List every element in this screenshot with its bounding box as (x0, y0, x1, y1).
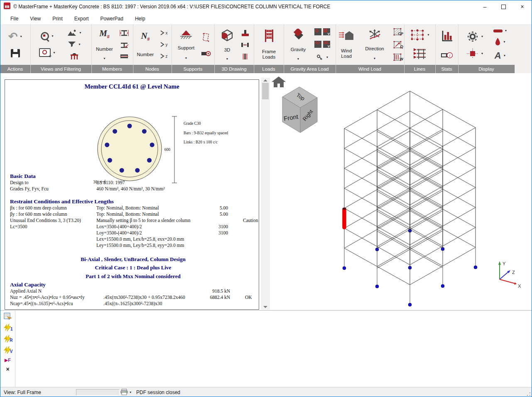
save-icon[interactable] (11, 49, 20, 57)
filter-button[interactable]: ▼ (68, 41, 81, 47)
printer-icon[interactable] (120, 389, 128, 395)
wind-cp-icon[interactable]: CP (393, 28, 403, 36)
column-base-icon[interactable] (241, 30, 249, 37)
beam-size-icon[interactable] (119, 30, 129, 37)
key-icon[interactable] (316, 54, 324, 61)
analysis-v-icon[interactable]: V (4, 346, 12, 354)
undo-button[interactable]: ↶▼ (8, 32, 22, 42)
snapshot-button[interactable]: ▼ (39, 48, 55, 57)
design-report-panel[interactable]: Member CCL4Id 61 @ Level Name 600 Grade … (5, 79, 259, 310)
chevron-down-icon[interactable]: ▼ (20, 35, 22, 38)
printer-options-chevron[interactable]: ▼ (129, 391, 132, 394)
group-label-3d: 3D Drawing (215, 65, 254, 73)
report-scrollbar[interactable] (261, 78, 270, 310)
maximize-button[interactable] (494, 0, 513, 13)
menu-powerpad[interactable]: PowerPad (95, 13, 129, 24)
group-label-loads: Loads (254, 65, 284, 73)
columns-pair-icon[interactable] (241, 53, 249, 60)
brief-edit-icon[interactable] (4, 313, 12, 320)
roller-support-icon[interactable] (201, 51, 211, 57)
toolbar-group-nodes: N# Number x y z Nodes (133, 24, 172, 73)
chevron-down-icon[interactable]: ▼ (51, 35, 54, 37)
run-f-icon[interactable]: ▶F (5, 358, 11, 363)
node-z-coord-icon[interactable]: z (160, 53, 168, 59)
chevron-down-icon[interactable]: ▼ (503, 54, 506, 57)
close-button[interactable]: × (513, 0, 532, 13)
chevron-down-icon[interactable]: ▼ (226, 58, 228, 60)
camera-icon (39, 48, 51, 57)
image-view-button[interactable]: ▼ (67, 30, 81, 36)
axial-capacity-heading: Axial Capacity (10, 281, 256, 288)
chevron-down-icon[interactable]: ▼ (373, 57, 376, 60)
resize-grip[interactable] (527, 392, 530, 396)
chevron-down-icon[interactable]: ▼ (326, 56, 329, 59)
chevron-down-icon[interactable]: ▼ (53, 52, 55, 54)
analysis-r-icon[interactable]: R (4, 335, 12, 343)
status-bar: View: Full Frame ▼ PDF session closed (0, 387, 532, 397)
rotated-support-icon[interactable] (202, 32, 210, 42)
report-row: Nuz = .45•(π•r²-Acs)•fcu + 0.95•asc•fy.4… (10, 294, 256, 301)
3d-view-button[interactable]: 3D ▼ (218, 24, 236, 65)
app-window: © MasterFrame + MasterKey Concrete : BS … (0, 0, 532, 397)
analysis-1-icon[interactable]: 1 (4, 324, 12, 331)
settings-button[interactable]: ▼ (466, 30, 483, 43)
chevron-down-icon[interactable]: ▼ (79, 32, 81, 34)
member-number-button[interactable]: M# Number ▼ (95, 24, 114, 65)
color-fill-button[interactable]: ▼ (495, 37, 505, 46)
menu-help[interactable]: Help (129, 13, 151, 24)
menu-export[interactable]: Export (69, 13, 95, 24)
chevron-down-icon[interactable]: ▼ (505, 30, 507, 32)
chevron-down-icon[interactable]: ▼ (78, 43, 81, 46)
chevron-down-icon[interactable]: ▼ (185, 57, 187, 59)
support-button[interactable]: Support ▼ (175, 24, 197, 65)
menu-print[interactable]: Print (47, 13, 69, 24)
report-row: Ncap=.45•((π-.1635)•r²-Acs)•fcu.45x((π-.… (10, 301, 256, 307)
frame-loads-button[interactable]: Frame Loads (254, 24, 284, 65)
scroll-up-icon[interactable] (263, 79, 267, 81)
chevron-down-icon[interactable]: ▼ (481, 35, 483, 38)
info-icon[interactable]: i (441, 52, 453, 59)
panel-side-toolbar: 1 R V ▶F × (0, 311, 15, 387)
menu-file[interactable]: File (5, 13, 24, 24)
bar-chart-icon[interactable] (441, 30, 453, 42)
wind-w-icon[interactable]: W (393, 53, 403, 61)
wind-direction-button[interactable]: Direction ▼ (362, 24, 387, 65)
scroll-down-icon[interactable] (263, 306, 267, 308)
direction-star-icon (368, 29, 381, 40)
model-viewport[interactable]: Top Front Right Y Z X (270, 73, 532, 310)
levels-icon[interactable] (413, 48, 427, 60)
area-load-v-icon[interactable]: V (323, 28, 330, 35)
chevron-down-icon[interactable]: ▼ (297, 58, 299, 60)
zoom-button[interactable]: ▼ (41, 32, 54, 40)
report-body: Basic Data Design toBS 8110: 1997 Grades… (10, 173, 256, 307)
member-color-button[interactable]: ▼ (493, 30, 507, 32)
line-load-v-icon[interactable]: V (323, 41, 330, 48)
gravity-button[interactable]: Gravity ▼ (287, 24, 309, 65)
table-view-icon[interactable] (70, 53, 79, 60)
scrollbar-thumb[interactable] (262, 83, 269, 99)
menu-bar: File View Print Export PowerPad Help (0, 13, 532, 24)
chevron-down-icon[interactable]: ▼ (503, 41, 505, 43)
area-load-icon[interactable] (314, 28, 321, 35)
node-display-button[interactable]: ▼ (466, 49, 483, 59)
member-gap-icon[interactable] (241, 42, 249, 48)
node-number-button[interactable]: N# Number (136, 24, 154, 65)
node-y-coord-icon[interactable]: y (160, 42, 168, 47)
beam-end-icon[interactable] (119, 42, 129, 49)
minimize-button[interactable]: – (476, 0, 494, 13)
report-row: Lc=3500Lox=3500-(400+400)/23100 (10, 224, 256, 230)
chevron-down-icon[interactable]: ▼ (481, 52, 483, 55)
chevron-down-icon[interactable]: ▼ (427, 34, 429, 36)
group-label-supports: Supports (172, 65, 214, 73)
grid-lines-button[interactable]: ▼ (410, 29, 429, 41)
maximize-icon (501, 5, 506, 9)
close-panel-icon[interactable]: × (6, 367, 9, 372)
chevron-down-icon[interactable]: ▼ (103, 57, 105, 60)
text-display-button[interactable]: A▼ (495, 52, 506, 60)
beam-layers-icon[interactable] (119, 54, 129, 59)
wind-load-button[interactable]: Wind Load (336, 24, 357, 65)
menu-view[interactable]: View (24, 13, 47, 24)
line-load-icon[interactable] (314, 41, 321, 48)
node-x-coord-icon[interactable]: x (160, 30, 168, 36)
wind-q-icon[interactable]: Q (393, 41, 403, 49)
